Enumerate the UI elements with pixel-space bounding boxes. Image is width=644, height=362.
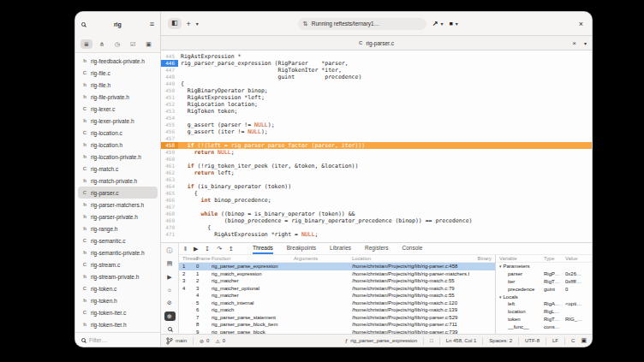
warning-counter[interactable]: ⚠ 0 bbox=[215, 338, 225, 344]
file-item[interactable]: hrig-file-private.h bbox=[78, 91, 158, 103]
search-icon[interactable] bbox=[164, 325, 176, 334]
file-item[interactable]: hrig-parser-private.h bbox=[78, 211, 158, 223]
variable-row[interactable]: precedenceguint0 bbox=[496, 285, 592, 293]
debugger-tab-console[interactable]: Console bbox=[402, 243, 423, 254]
diagnostics-icon[interactable]: ⓘ bbox=[164, 246, 176, 254]
file-item[interactable]: hrig-match-private.h bbox=[78, 175, 158, 187]
new-document-caret-icon[interactable]: ▾ bbox=[196, 21, 199, 27]
code-line[interactable]: 469 (binop_precedence = rig_binary_opera… bbox=[161, 217, 592, 224]
col-thread[interactable]: Thread bbox=[182, 256, 196, 261]
file-item[interactable]: hrig-lexer-private.h bbox=[78, 115, 158, 127]
step-in-button[interactable]: ↧ bbox=[205, 246, 210, 252]
variable-row[interactable]: leftRigA…<opti… bbox=[496, 300, 592, 308]
line-number[interactable]: 460 bbox=[161, 156, 178, 163]
line-number[interactable]: 471 bbox=[161, 231, 178, 238]
file-item[interactable]: Crig-token.c bbox=[78, 282, 158, 294]
project-tree-icon[interactable]: ≣ bbox=[80, 39, 92, 50]
col-function[interactable]: Function bbox=[212, 256, 294, 261]
thread-row[interactable]: 5rig_match_internal/home/christian/Proje… bbox=[179, 300, 495, 307]
expander-icon[interactable]: ▾ bbox=[499, 264, 502, 269]
code-line[interactable]: 451 RigAstExpression *left; bbox=[161, 94, 592, 101]
file-item[interactable]: Crig-stream.c bbox=[78, 258, 158, 270]
debugger-tab-breakpoints[interactable]: Breakpoints bbox=[287, 243, 316, 254]
file-item[interactable]: hrig-file.h bbox=[78, 79, 158, 91]
search-icon[interactable] bbox=[81, 22, 86, 27]
code-line[interactable]: 445RigAstExpression * bbox=[161, 53, 592, 60]
line-number[interactable]: 456 bbox=[161, 128, 178, 135]
code-line[interactable]: 453 RigToken token; bbox=[161, 108, 592, 115]
stop-button[interactable]: ■ bbox=[450, 21, 453, 27]
document-icon[interactable]: □ bbox=[430, 338, 433, 343]
file-item[interactable]: Crig-file.c bbox=[78, 67, 158, 79]
cursor-position[interactable]: Ln 458, Col 1 bbox=[446, 338, 477, 343]
todo-icon[interactable]: ☑ bbox=[127, 39, 139, 50]
code-line[interactable]: 459 return NULL; bbox=[161, 149, 592, 156]
function-context[interactable]: ƒ rig_parser_parse_expression bbox=[345, 337, 417, 344]
tab-rig-parser[interactable]: C rig-parser.c bbox=[359, 40, 394, 46]
code-line[interactable]: 463 bbox=[161, 176, 592, 183]
code-line[interactable]: 452 RigLocation location; bbox=[161, 101, 592, 108]
line-number[interactable]: 449 bbox=[161, 80, 178, 87]
thread-row[interactable]: 4rig_matcher/home/christian/Projects/rig… bbox=[179, 292, 495, 300]
code-line[interactable]: 446rig_parser_parse_expression (RigParse… bbox=[161, 60, 592, 67]
run-button[interactable]: ↗ bbox=[432, 20, 438, 27]
col-frame[interactable]: Frame bbox=[196, 256, 212, 261]
line-number[interactable]: 465 bbox=[161, 190, 178, 197]
variable-row[interactable]: tokenRigT…RIG_… bbox=[496, 316, 592, 323]
continue-button[interactable]: ▶ bbox=[194, 246, 198, 252]
code-line[interactable]: 458 if (!(left = rig_parser_parse_factor… bbox=[161, 142, 592, 149]
code-line[interactable]: 470 { bbox=[161, 224, 592, 231]
line-number[interactable]: 451 bbox=[161, 94, 178, 101]
thread-row[interactable]: 32rig_matcher/home/christian/Projects/ri… bbox=[179, 277, 495, 285]
file-item[interactable]: hrig-location-private.h bbox=[78, 151, 158, 163]
expander-icon[interactable]: ▾ bbox=[499, 294, 502, 300]
run-options-caret-icon[interactable]: ▾ bbox=[441, 21, 444, 27]
line-number[interactable]: 453 bbox=[161, 108, 178, 115]
variable-group-row[interactable]: ▾Parameters bbox=[496, 263, 592, 270]
thread-row[interactable]: 6rig_match/home/christian/Projects/rig/l… bbox=[179, 306, 495, 314]
line-number[interactable]: 467 bbox=[161, 204, 178, 211]
file-item[interactable]: Crig-token-iter.c bbox=[78, 306, 158, 318]
col-type[interactable]: Type bbox=[544, 256, 565, 261]
file-item[interactable]: hrig-range.h bbox=[78, 223, 158, 234]
filter-input[interactable]: Filter… bbox=[75, 332, 160, 347]
menu-icon[interactable]: ≡ bbox=[150, 21, 154, 28]
file-item[interactable]: hrig-location.h bbox=[78, 139, 158, 151]
step-out-button[interactable]: ↥ bbox=[229, 246, 234, 252]
thread-row[interactable]: 8rig_parser_parse_block_item/home/christ… bbox=[179, 321, 495, 329]
variable-row[interactable]: iterRigT…0xffff… bbox=[496, 278, 592, 286]
debugger-icon[interactable]: ⊕ bbox=[164, 312, 176, 320]
new-document-button[interactable]: + bbox=[187, 20, 191, 28]
variable-row[interactable]: __func__cons… bbox=[496, 323, 592, 330]
line-ending-setting[interactable]: LF bbox=[552, 338, 558, 343]
variable-row[interactable]: locationRigL… bbox=[496, 308, 592, 316]
thread-row[interactable]: 10rig_parser_parse_expression/home/chris… bbox=[179, 263, 495, 270]
encoding-setting[interactable]: UTF-8 bbox=[525, 338, 540, 343]
line-number[interactable]: 463 bbox=[161, 176, 178, 183]
file-item[interactable]: hrig-token.h bbox=[78, 294, 158, 306]
file-item[interactable]: hrig-stream-private.h bbox=[78, 270, 158, 282]
output-icon[interactable]: ▶ bbox=[164, 272, 176, 281]
code-line[interactable]: 465 { bbox=[161, 190, 592, 197]
branch-indicator[interactable]: main bbox=[166, 337, 187, 345]
line-number[interactable]: 447 bbox=[161, 67, 178, 74]
step-over-button[interactable]: ↷ bbox=[217, 246, 222, 252]
thread-row[interactable]: 43rig_matcher_optional/home/christian/Pr… bbox=[179, 285, 495, 293]
code-line[interactable]: 456 g_assert (iter != NULL); bbox=[161, 128, 592, 135]
code-line[interactable]: 460 bbox=[161, 156, 592, 163]
line-number[interactable]: 468 bbox=[161, 211, 178, 217]
code-line[interactable]: 467 bbox=[161, 204, 592, 211]
col-arguments[interactable]: Arguments bbox=[294, 256, 352, 261]
toggle-panel-button[interactable]: ◧ bbox=[168, 18, 182, 28]
omnibox[interactable]: ⇅ Running reftests/ternary1… bbox=[298, 18, 426, 30]
col-binary[interactable]: Binary bbox=[469, 256, 492, 261]
breakpoint-gutter[interactable]: 446 bbox=[161, 60, 178, 67]
line-number[interactable]: 462 bbox=[161, 169, 178, 176]
indent-setting[interactable]: Spaces: 2 bbox=[489, 338, 512, 343]
panel-toggle-icon[interactable]: ▣ bbox=[581, 337, 587, 344]
code-line[interactable]: 449{ bbox=[161, 80, 592, 87]
suggestions-icon[interactable]: ☼ bbox=[164, 285, 176, 294]
line-number[interactable]: 445 bbox=[161, 53, 178, 60]
line-number[interactable]: 461 bbox=[161, 163, 178, 169]
col-value[interactable]: Value bbox=[565, 256, 588, 261]
